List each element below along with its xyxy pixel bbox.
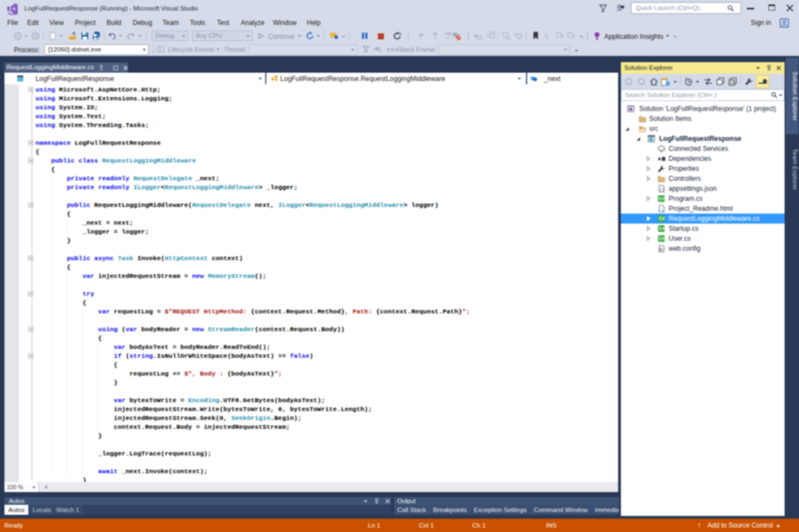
svg-text:C#: C# [659,196,665,201]
svg-text:{}: {} [659,187,665,192]
svg-text:C#: C# [659,236,665,241]
svg-text:C#: C# [659,216,665,221]
svg-text:C#: C# [659,226,665,231]
